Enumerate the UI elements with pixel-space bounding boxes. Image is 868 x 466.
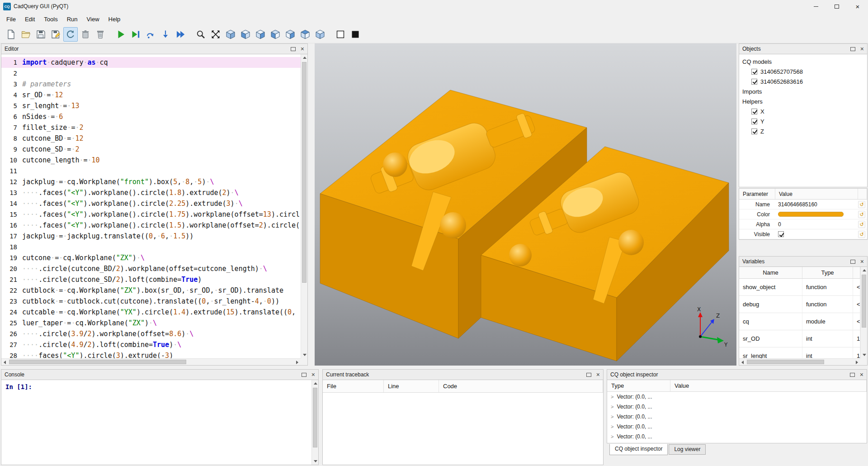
clear-button[interactable] — [78, 27, 93, 42]
scroll-track[interactable] — [861, 274, 867, 352]
code-line-1[interactable]: 1import·cadquery·as·cq — [1, 57, 301, 68]
float-panel-icon[interactable] — [302, 373, 307, 377]
menu-edit[interactable]: Edit — [20, 14, 39, 24]
zoom-button[interactable] — [193, 27, 208, 42]
float-panel-icon[interactable] — [586, 373, 591, 377]
inspector-row-0[interactable]: >Vector: (0.0, ... — [607, 392, 867, 402]
close-panel-icon[interactable]: × — [860, 258, 864, 265]
code-line-23[interactable]: 23cutblock·=·cutblock.cut(cutcone).trans… — [1, 296, 301, 307]
tree-item-helpers[interactable]: Helpers — [739, 96, 867, 106]
editor-vertical-scrollbar[interactable] — [301, 54, 307, 358]
variable-row-show_object[interactable]: show_objectfunction<f — [739, 279, 860, 296]
color-swatch[interactable] — [778, 212, 844, 217]
tree-item-x[interactable]: X — [739, 106, 867, 116]
view-right-button[interactable] — [283, 27, 297, 42]
fit-all-button[interactable] — [208, 27, 223, 42]
close-panel-icon[interactable]: × — [301, 46, 304, 52]
scroll-down-button[interactable] — [301, 352, 308, 358]
inspector-row-3[interactable]: >Vector: (0.0, ... — [607, 422, 867, 432]
menu-view[interactable]: View — [82, 14, 104, 24]
code-line-6[interactable]: 6nSides·=·6 — [1, 111, 301, 122]
tab-log-viewer[interactable]: Log viewer — [669, 444, 706, 455]
expand-icon[interactable]: > — [611, 434, 613, 439]
scroll-left-button[interactable] — [1, 359, 8, 366]
shaded-button[interactable] — [348, 27, 363, 42]
code-line-16[interactable]: 16····.faces("<Y").workplane().circle(1.… — [1, 220, 301, 231]
reset-button[interactable]: ↺ — [858, 201, 865, 208]
inspector-row-1[interactable]: >Vector: (0.0, ... — [607, 402, 867, 412]
checkbox[interactable] — [751, 109, 757, 114]
checkbox[interactable] — [751, 79, 757, 85]
code-line-21[interactable]: 21····.circle(cutcone_SD/2).loft(combine… — [1, 274, 301, 285]
scroll-right-button[interactable] — [294, 359, 301, 366]
scroll-up-button[interactable] — [312, 380, 319, 387]
tree-item-cq-models[interactable]: CQ models — [739, 57, 867, 67]
menu-help[interactable]: Help — [104, 14, 125, 24]
new-file-button[interactable] — [4, 27, 18, 42]
scroll-thumb[interactable] — [313, 388, 317, 447]
close-panel-icon[interactable]: × — [311, 371, 315, 378]
code-line-19[interactable]: 19cutcone·=·cq.Workplane("ZX")·\ — [1, 252, 301, 263]
reset-button[interactable]: ↺ — [858, 211, 865, 218]
close-button[interactable]: × — [847, 0, 868, 13]
close-panel-icon[interactable]: × — [596, 371, 600, 378]
checkbox[interactable] — [751, 119, 757, 124]
checkbox[interactable] — [751, 69, 757, 75]
code-line-13[interactable]: 13····.faces("<Y").workplane().circle(1.… — [1, 187, 301, 198]
scroll-up-button[interactable] — [861, 267, 868, 274]
code-line-20[interactable]: 20····.circle(cutcone_BD/2).workplane(of… — [1, 263, 301, 274]
close-panel-icon[interactable]: × — [860, 46, 864, 52]
code-line-11[interactable]: 11 — [1, 166, 301, 176]
variable-row-sr_lenght[interactable]: sr_lenghtint13 — [739, 347, 860, 358]
scroll-track[interactable] — [746, 359, 854, 365]
reset-button[interactable]: ↺ — [858, 231, 865, 238]
debug-button[interactable] — [128, 27, 143, 42]
viewport-3d[interactable]: X Z Y — [315, 43, 736, 366]
code-line-26[interactable]: 26····.circle(3.9/2).workplane(offset=8.… — [1, 328, 301, 339]
scroll-track[interactable] — [312, 387, 318, 458]
scroll-down-button[interactable] — [312, 458, 319, 465]
wireframe-button[interactable] — [333, 27, 348, 42]
code-line-24[interactable]: 24cutcable·=·cq.Workplane("YX").circle(1… — [1, 307, 301, 318]
float-panel-icon[interactable] — [850, 373, 855, 377]
scroll-thumb[interactable] — [862, 275, 866, 328]
code-line-27[interactable]: 27····.circle(4.9/2).loft(combine=True)·… — [1, 339, 301, 350]
reset-button[interactable]: ↺ — [858, 221, 865, 228]
tab-cq-object-inspector[interactable]: CQ object inspector — [609, 444, 668, 455]
code-line-14[interactable]: 14····.faces("<Y").workplane().circle(2.… — [1, 198, 301, 209]
view-top-button[interactable] — [298, 27, 312, 42]
code-line-15[interactable]: 15····.faces("<Y").workplane().circle(1.… — [1, 209, 301, 220]
code-line-8[interactable]: 8cutcone_BD·=·12 — [1, 133, 301, 144]
variables-vertical-scrollbar[interactable] — [860, 267, 867, 358]
property-value[interactable] — [775, 231, 858, 237]
editor-horizontal-scrollbar[interactable] — [1, 358, 301, 365]
inspector-row-4[interactable]: >Vector: (0.0, ... — [607, 432, 867, 442]
tree-item-imports[interactable]: Imports — [739, 86, 867, 96]
variable-row-debug[interactable]: debugfunction<f — [739, 296, 860, 313]
checkbox[interactable] — [751, 128, 757, 134]
property-value[interactable]: 0 — [775, 221, 858, 228]
code-line-2[interactable]: 2 — [1, 68, 301, 79]
menu-run[interactable]: Run — [62, 14, 82, 24]
tree-item-3140652683616[interactable]: 3140652683616 — [739, 76, 867, 86]
view-bottom-button[interactable] — [313, 27, 327, 42]
property-value[interactable]: 3140646685160 — [775, 201, 858, 208]
code-line-7[interactable]: 7fillet_size·=·2 — [1, 122, 301, 133]
code-line-3[interactable]: 3# parameters — [1, 79, 301, 90]
step-over-button[interactable] — [143, 27, 158, 42]
code-line-9[interactable]: 9cutcone_SD·=·2 — [1, 144, 301, 155]
view-back-button[interactable] — [253, 27, 268, 42]
view-left-button[interactable] — [268, 27, 283, 42]
scroll-thumb[interactable] — [9, 360, 186, 364]
menu-tools[interactable]: Tools — [39, 14, 62, 24]
code-line-12[interactable]: 12jackplug·=·cq.Workplane("front").box(5… — [1, 176, 301, 187]
scroll-thumb[interactable] — [747, 360, 824, 364]
tree-item-y[interactable]: Y — [739, 116, 867, 126]
float-panel-icon[interactable] — [291, 47, 296, 51]
save-button[interactable] — [33, 27, 48, 42]
code-line-22[interactable]: 22cutblock·=·cq.Workplane("ZX").box(sr_O… — [1, 285, 301, 296]
console-body[interactable]: In [1]: — [1, 380, 319, 465]
scroll-thumb[interactable] — [302, 62, 307, 283]
code-line-28[interactable]: 28····faces("<Y").circle(3).extrude(-3) — [1, 350, 301, 358]
expand-icon[interactable]: > — [611, 394, 613, 399]
